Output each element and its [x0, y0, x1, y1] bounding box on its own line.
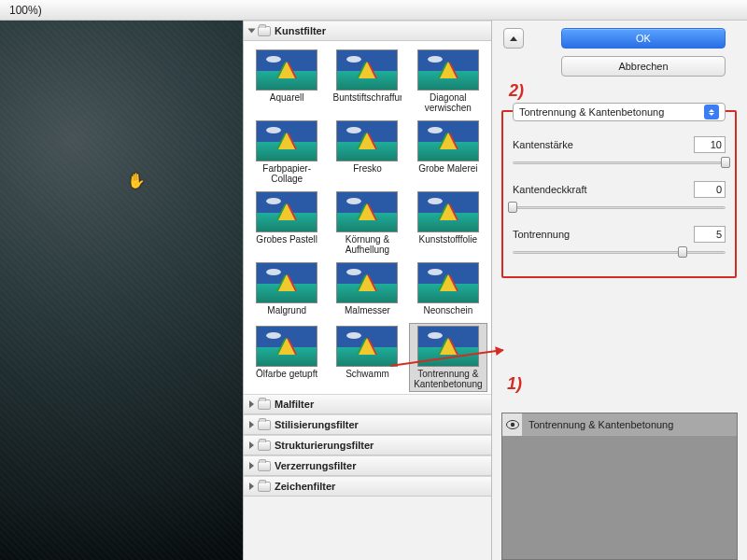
eye-icon [506, 420, 519, 429]
filter-gallery-panel: Kunstfilter AquarellBuntstiftschraffurDi… [243, 21, 492, 560]
slider-thumb[interactable] [678, 246, 687, 258]
filter-thumb-schwamm[interactable]: Schwamm [328, 323, 406, 392]
disclosure-right-icon [249, 421, 254, 428]
disclosure-right-icon [249, 400, 254, 408]
thumbnail-label: Schwamm [345, 369, 389, 379]
filter-thumb-buntstiftschraffur[interactable]: Buntstiftschraffur [328, 47, 406, 116]
filter-thumbnail-grid: AquarellBuntstiftschraffurDiagonal verwi… [244, 41, 491, 394]
filter-select-label: Tontrennung & Kantenbetonung [519, 106, 664, 118]
param-kantenst-rke: Kantenstärke [513, 136, 726, 170]
filter-thumb-aquarell[interactable]: Aquarell [247, 47, 326, 116]
slider-thumb[interactable] [721, 157, 730, 168]
zoom-level: 100%) [9, 4, 42, 17]
category-malfilter-header[interactable]: Malfilter [244, 394, 491, 414]
param-label: Kantenstärke [513, 139, 573, 150]
thumbnail-image [417, 262, 479, 303]
thumbnail-image [417, 191, 479, 232]
category-label: Kunstfilter [275, 25, 326, 36]
thumbnail-image [336, 49, 398, 91]
folder-icon [258, 482, 271, 492]
thumbnail-label: Grobes Pastell [256, 234, 317, 245]
folder-icon [258, 399, 271, 410]
category-label: Verzerrungsfilter [275, 460, 356, 471]
folder-icon [258, 461, 271, 471]
thumbnail-label: Diagonal verwischen [414, 92, 483, 113]
category-label: Zeichenfilter [275, 481, 335, 492]
thumbnail-label: Aquarell [270, 92, 304, 103]
thumbnail-image [256, 262, 317, 303]
param-label: Tontrennung [513, 229, 570, 240]
svg-point-1 [510, 422, 514, 426]
filter-thumb-kunststofffolie[interactable]: Kunststofffolie [409, 189, 487, 258]
param-value-input[interactable] [694, 181, 726, 198]
thumbnail-image [256, 120, 317, 161]
filter-thumb-malgrund[interactable]: Malgrund [247, 259, 326, 321]
window-titlebar: 100%) [0, 0, 747, 21]
filter-parameters-group: Tontrennung & Kantenbetonung Kantenstärk… [501, 110, 737, 278]
filter-thumb-farbpapier-collage[interactable]: Farbpapier-Collage [247, 118, 326, 187]
thumbnail-image [336, 262, 398, 303]
thumbnail-label: Fresko [353, 163, 382, 174]
thumbnail-label: Tontrennung & Kantenbetonung [414, 369, 483, 389]
effect-layer-row[interactable]: Tontrennung & Kantenbetonung [502, 413, 737, 436]
thumbnail-image [417, 120, 479, 161]
collapse-button[interactable] [503, 28, 524, 49]
thumbnail-image [256, 326, 317, 367]
param-label: Kantendeckkraft [513, 184, 587, 195]
visibility-toggle[interactable] [502, 413, 523, 436]
cancel-button[interactable]: Abbrechen [561, 56, 726, 77]
filter-thumb-grobe-malerei[interactable]: Grobe Malerei [409, 118, 487, 187]
thumbnail-label: Ölfarbe getupft [256, 369, 317, 379]
param-tontrennung: Tontrennung [513, 226, 726, 259]
thumbnail-image [336, 326, 398, 367]
disclosure-right-icon [249, 462, 254, 469]
annotation-1: 1) [507, 375, 522, 392]
thumbnail-label: Buntstiftschraffur [332, 92, 402, 103]
ok-button[interactable]: OK [561, 28, 726, 49]
preview-canvas [0, 0, 243, 560]
thumbnail-label: Neonschein [423, 305, 472, 315]
filter-thumb-fresko[interactable]: Fresko [328, 118, 406, 187]
thumbnail-label: Grobe Malerei [418, 163, 477, 174]
category-label: Malfilter [275, 399, 314, 410]
thumbnail-label: Farbpapier-Collage [252, 163, 321, 184]
slider-track [513, 251, 726, 254]
effect-layer-label: Tontrennung & Kantenbetonung [523, 413, 737, 435]
param-value-input[interactable] [694, 226, 726, 243]
filter-select[interactable]: Tontrennung & Kantenbetonung [513, 103, 726, 121]
chevron-up-icon [510, 36, 517, 41]
slider-track [513, 206, 726, 209]
param-slider[interactable] [513, 157, 726, 170]
category-verzerrungsfilter-header[interactable]: Verzerrungsfilter [244, 455, 491, 476]
slider-thumb[interactable] [508, 202, 517, 213]
category-label: Strukturierungsfilter [275, 440, 374, 451]
filter-thumb-diagonal-verwischen[interactable]: Diagonal verwischen [409, 47, 487, 116]
filter-thumb-k-rnung-aufhellung[interactable]: Körnung & Aufhellung [328, 189, 406, 258]
param-slider[interactable] [513, 246, 726, 259]
category-stilisierungsfilter-header[interactable]: Stilisierungsfilter [244, 414, 491, 435]
folder-icon [258, 441, 271, 451]
thumbnail-image [336, 120, 398, 161]
filter-thumb--lfarbe-getupft[interactable]: Ölfarbe getupft [247, 323, 326, 392]
effect-layer-stack: Tontrennung & Kantenbetonung [501, 413, 738, 560]
filter-thumb-neonschein[interactable]: Neonschein [409, 259, 487, 321]
disclosure-down-icon [248, 29, 256, 34]
thumbnail-label: Körnung & Aufhellung [332, 234, 402, 255]
disclosure-right-icon [249, 483, 254, 490]
category-kunstfilter-header[interactable]: Kunstfilter [244, 21, 491, 41]
thumbnail-image [256, 191, 317, 232]
thumbnail-label: Malgrund [267, 305, 306, 315]
filter-thumb-grobes-pastell[interactable]: Grobes Pastell [247, 189, 326, 258]
folder-icon [258, 26, 271, 36]
annotation-2: 2) [509, 82, 524, 99]
select-arrows-icon [704, 105, 719, 119]
category-zeichenfilter-header[interactable]: Zeichenfilter [244, 476, 491, 497]
thumbnail-image [256, 49, 317, 91]
param-value-input[interactable] [694, 136, 726, 153]
param-slider[interactable] [513, 202, 726, 215]
thumbnail-image [417, 49, 479, 91]
thumbnail-label: Malmesser [345, 305, 390, 315]
category-strukturierungsfilter-header[interactable]: Strukturierungsfilter [244, 435, 491, 455]
filter-thumb-malmesser[interactable]: Malmesser [328, 259, 406, 321]
filter-settings-panel: OK Abbrechen 2) Tontrennung & Kantenbeto… [492, 21, 747, 560]
